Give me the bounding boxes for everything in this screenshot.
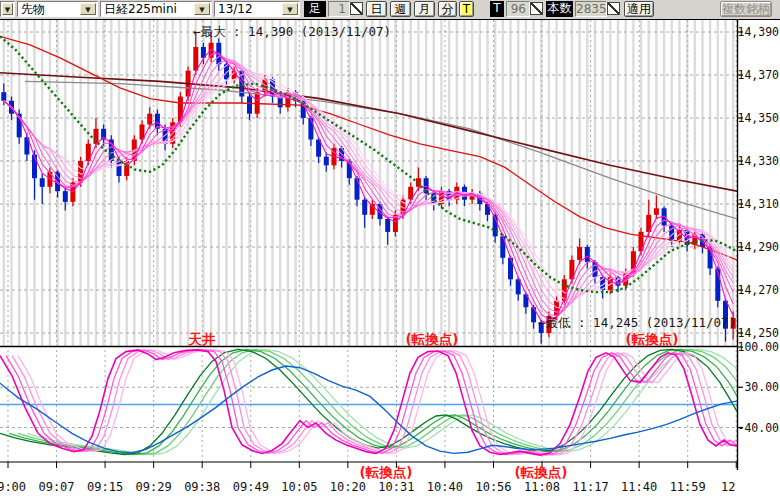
t-label: T	[490, 1, 504, 17]
svg-text:-40.00: -40.00	[737, 421, 779, 435]
interval-value-field[interactable]: 1	[328, 1, 350, 17]
contract-month-combo[interactable]: 13/12 ▼	[214, 1, 300, 17]
chevron-down-icon[interactable]: ▼	[282, 3, 298, 15]
svg-text:09:49: 09:49	[233, 480, 269, 494]
svg-text:09:00: 09:00	[0, 480, 26, 494]
bar-count-stepper-icon[interactable]	[607, 2, 620, 15]
svg-text:12: 12	[721, 480, 735, 494]
price-chart-svg: 14,39014,37014,35014,33014,31014,29014,2…	[0, 19, 780, 500]
bar-count-field[interactable]: 2835	[575, 1, 607, 17]
svg-text:(転換点): (転換点)	[626, 331, 679, 347]
svg-text:14,370: 14,370	[737, 68, 779, 82]
svg-text:(転換点): (転換点)	[360, 464, 413, 480]
svg-text:09:07: 09:07	[38, 480, 74, 494]
svg-text:←最大 : 14,390 (2013/11/07): ←最大 : 14,390 (2013/11/07)	[193, 24, 391, 39]
chart-area[interactable]: 14,39014,37014,35014,33014,31014,29014,2…	[0, 19, 780, 500]
svg-text:10:05: 10:05	[281, 480, 317, 494]
apply-button[interactable]: 適用	[624, 1, 654, 17]
svg-text:11:40: 11:40	[621, 480, 657, 494]
instrument-type-combo[interactable]: 先物 ▼	[17, 1, 98, 17]
svg-text:←最低 : 14,245 (2013/11/07): ←最低 : 14,245 (2013/11/07)	[538, 315, 736, 330]
svg-text:10:56: 10:56	[475, 480, 511, 494]
svg-text:(転換点): (転換点)	[515, 464, 568, 480]
tick-button[interactable]: T	[459, 1, 474, 17]
svg-text:30.00: 30.00	[744, 380, 779, 394]
svg-text:(転換点): (転換点)	[406, 331, 459, 347]
t-count-field[interactable]: 96	[506, 1, 530, 17]
svg-text:09:29: 09:29	[136, 480, 172, 494]
interval-stepper-icon[interactable]	[350, 2, 363, 15]
week-button[interactable]: 週	[390, 1, 411, 17]
month-button[interactable]: 月	[414, 1, 435, 17]
svg-text:11:08: 11:08	[524, 480, 560, 494]
svg-text:10:40: 10:40	[427, 480, 463, 494]
svg-text:10:31: 10:31	[378, 480, 414, 494]
t-count-stepper-icon[interactable]	[530, 2, 543, 15]
instrument-type-value: 先物	[18, 2, 79, 16]
chevron-down-icon[interactable]: ▼	[194, 3, 210, 15]
svg-text:14,310: 14,310	[737, 197, 779, 211]
chevron-down-icon[interactable]: ▼	[2, 3, 13, 15]
chevron-down-icon[interactable]: ▼	[80, 3, 96, 15]
svg-text:14,390: 14,390	[737, 25, 779, 39]
symbol-combo[interactable]: 日経225mini ▼	[100, 1, 212, 17]
minute-button[interactable]: 分	[438, 1, 457, 17]
svg-text:100.00: 100.00	[737, 340, 779, 354]
svg-text:14,290: 14,290	[737, 240, 779, 254]
honsu-label: 本数	[546, 1, 573, 17]
svg-text:14,270: 14,270	[737, 283, 779, 297]
svg-text:14,250: 14,250	[737, 326, 779, 340]
svg-text:11:59: 11:59	[670, 480, 706, 494]
svg-text:10:20: 10:20	[330, 480, 366, 494]
edge-dropdown-button[interactable]: ▼	[0, 1, 15, 17]
svg-text:11:17: 11:17	[573, 480, 609, 494]
svg-text:09:38: 09:38	[184, 480, 220, 494]
toolbar: ▼ 先物 ▼ 日経225mini ▼ 13/12 ▼ 足 1 日 週 月 分 T…	[0, 0, 780, 19]
svg-text:14,350: 14,350	[737, 111, 779, 125]
svg-text:14,330: 14,330	[737, 154, 779, 168]
svg-text:09:15: 09:15	[87, 480, 123, 494]
symbol-value: 日経225mini	[101, 2, 193, 16]
svg-text:天井: 天井	[188, 331, 217, 347]
multi-symbol-button[interactable]: 複数銘柄	[720, 1, 772, 17]
ashi-label: 足	[304, 1, 326, 17]
day-button[interactable]: 日	[366, 1, 387, 17]
contract-month-value: 13/12	[215, 2, 281, 16]
